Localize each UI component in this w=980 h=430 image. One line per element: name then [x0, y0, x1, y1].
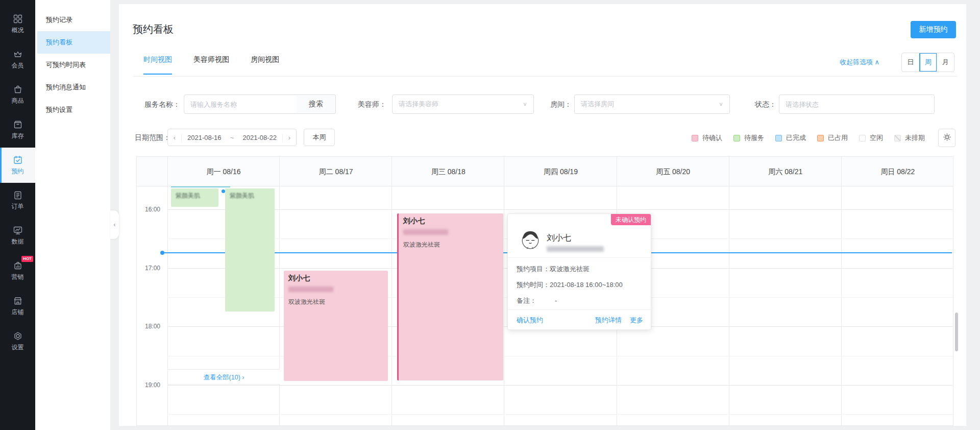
sidebar-item-appointment[interactable]: 预约 [0, 148, 35, 183]
view-tabs: 时间视图美容师视图房间视图 [143, 55, 301, 75]
date-range-end[interactable]: 2021-08-22 [237, 134, 283, 141]
sidebar-item-marketing[interactable]: 营销HOT [0, 253, 35, 289]
sidebar-item-order[interactable]: 订单 [0, 183, 35, 218]
legend-label: 已占用 [828, 133, 848, 142]
sidebar-item-data[interactable]: 数据 [0, 218, 35, 253]
sidebar-item-label: 会员 [12, 61, 24, 70]
calendar-grid: 查看全部(10) › 未确认预约 刘小七 预约项目：双 [136, 156, 953, 426]
sidebar-item-label: 订单 [12, 202, 24, 211]
chevron-left-icon: ‹ [114, 221, 116, 228]
day-header: 周一 08/16 [167, 157, 280, 186]
tab-room-view[interactable]: 房间视图 [251, 55, 279, 75]
submenu-item-timetable[interactable]: 可预约时间表 [35, 54, 110, 76]
service-name-label: 服务名称： [144, 94, 180, 114]
appointment-popover: 未确认预约 刘小七 预约项目：双波激光祛斑 [507, 213, 651, 330]
room-select-placeholder: 请选择房间 [581, 100, 614, 109]
legend-swatch [894, 135, 901, 141]
date-range-start[interactable]: 2021-08-16 [182, 134, 227, 141]
search-button[interactable]: 搜索 [297, 94, 336, 114]
data-icon [13, 225, 23, 235]
event-service-name: 双波激光祛斑 [288, 298, 383, 306]
project-value: 双波激光祛斑 [550, 265, 590, 273]
prev-week-arrow[interactable]: ‹ [168, 134, 182, 141]
inventory-icon [13, 120, 23, 130]
submenu-item-board[interactable]: 预约看板 [37, 31, 110, 54]
confirm-appointment-link[interactable]: 确认预约 [517, 310, 543, 330]
remark-value: - [555, 297, 557, 304]
shop-icon [13, 296, 23, 306]
time-label: 19:00 [137, 381, 160, 389]
chevron-down-icon: ∨ [523, 101, 527, 107]
redacted-phone [547, 246, 604, 252]
sidebar-item-label: 设置 [12, 343, 24, 352]
status-label: 状态： [755, 94, 776, 114]
event-block[interactable]: 刘小七双波激光祛斑 [397, 213, 503, 380]
app-root: 概况会员商品库存预约订单数据营销HOT店铺设置 预约记录预约看板可预约时间表预约… [0, 0, 980, 430]
goods-icon [13, 84, 23, 94]
legend-swatch [692, 135, 698, 141]
sidebar-item-label: 库存 [12, 132, 24, 140]
this-week-button[interactable]: 本周 [304, 129, 335, 146]
calendar-mode-switch: 日周月 [901, 53, 954, 72]
mode-day-button[interactable]: 日 [902, 53, 919, 71]
more-actions-link[interactable]: 更多 [630, 316, 643, 324]
primary-sidebar: 概况会员商品库存预约订单数据营销HOT店铺设置 [0, 0, 35, 430]
scrollbar-thumb[interactable] [955, 313, 958, 351]
date-range-control: ‹ 2021-08-16 ~ 2021-08-22 › [167, 129, 297, 146]
submenu-item-settings[interactable]: 预约设置 [35, 99, 110, 121]
order-icon [13, 190, 23, 200]
member-icon [13, 49, 23, 59]
hot-badge: HOT [21, 256, 33, 262]
next-week-arrow[interactable]: › [282, 134, 296, 141]
day-header: 周四 08/19 [504, 157, 617, 186]
redacted-phone [288, 286, 333, 292]
sidebar-item-inventory[interactable]: 库存 [0, 112, 35, 148]
marketing-icon [13, 260, 23, 271]
event-block[interactable]: 紫颜美肌 [171, 188, 218, 207]
mode-month-button[interactable]: 月 [937, 53, 954, 71]
beautician-select[interactable]: 请选择美容师 ∨ [392, 94, 534, 114]
sidebar-item-label: 商品 [12, 97, 24, 105]
event-service-name: 双波激光祛斑 [403, 241, 499, 249]
sidebar-item-member[interactable]: 会员 [0, 42, 35, 77]
sidebar-item-settings[interactable]: 设置 [0, 324, 35, 359]
overview-icon [13, 14, 23, 24]
collapse-filters-link[interactable]: 收起筛选项 ∧ [840, 58, 879, 67]
new-appointment-button[interactable]: 新增预约 [911, 21, 956, 38]
status-select[interactable] [779, 94, 935, 114]
tab-beautician-view[interactable]: 美容师视图 [193, 55, 229, 75]
day-header: 周六 08/21 [729, 157, 842, 186]
event-customer-name: 刘小七 [288, 274, 383, 283]
sidebar-item-label: 预约 [12, 167, 24, 176]
mode-week-button[interactable]: 周 [919, 53, 937, 71]
time-label: 预约时间： [517, 281, 550, 289]
sidebar-item-label: 店铺 [12, 308, 24, 317]
calendar-settings-button[interactable] [938, 129, 955, 147]
appointment-detail-link[interactable]: 预约详情 [595, 316, 622, 324]
service-name-input[interactable] [184, 94, 297, 114]
event-block[interactable]: 紫颜美肌 [225, 188, 275, 312]
settings-icon [13, 331, 23, 341]
event-customer-name: 刘小七 [403, 217, 499, 226]
submenu-item-notifications[interactable]: 预约消息通知 [35, 76, 110, 99]
legend-item: 待服务 [733, 133, 764, 142]
submenu-item-records[interactable]: 预约记录 [35, 9, 110, 31]
event-block[interactable]: 刘小七双波激光祛斑 [284, 271, 388, 381]
room-select[interactable]: 请选择房间 ∨ [574, 94, 730, 114]
remark-label: 备注： [517, 297, 536, 304]
day-header: 周二 08/17 [280, 157, 392, 186]
secondary-sidebar: 预约记录预约看板可预约时间表预约消息通知预约设置 [35, 0, 110, 430]
sidebar-item-goods[interactable]: 商品 [0, 77, 35, 112]
project-label: 预约项目： [517, 265, 550, 273]
view-all-link[interactable]: 查看全部(10) › [168, 369, 280, 385]
sidebar-item-label: 概况 [12, 26, 24, 35]
sidebar-collapse-handle[interactable]: ‹ [110, 210, 119, 239]
event-title: 紫颜美肌 [230, 192, 270, 200]
legend-item: 待确认 [692, 133, 722, 142]
legend-item: 已占用 [817, 133, 848, 142]
sidebar-item-overview[interactable]: 概况 [0, 7, 35, 42]
legend-label: 未排期 [905, 133, 925, 142]
tab-time-view[interactable]: 时间视图 [143, 55, 172, 75]
sidebar-item-shop[interactable]: 店铺 [0, 289, 35, 324]
sidebar-item-label: 数据 [12, 237, 24, 246]
